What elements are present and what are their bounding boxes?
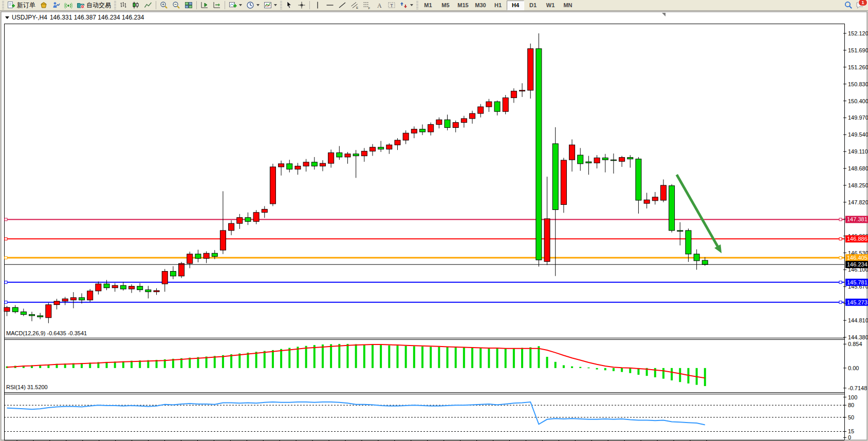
toolbar-separator bbox=[156, 1, 156, 9]
notifications-button[interactable]: 1 bbox=[856, 1, 864, 9]
equidistant-channel-icon: E bbox=[350, 1, 359, 9]
bar-chart-mode-button[interactable] bbox=[117, 0, 130, 11]
svg-text:100: 100 bbox=[848, 394, 857, 400]
toolbar-grip[interactable] bbox=[114, 1, 116, 9]
svg-text:0: 0 bbox=[848, 434, 851, 440]
zoom-out-icon bbox=[172, 1, 180, 9]
arrows-tool-button[interactable] bbox=[398, 0, 415, 11]
chart-title: USDJPY-,H4 146.331 146.387 146.234 146.2… bbox=[5, 14, 144, 21]
svg-text:147.820: 147.820 bbox=[848, 199, 868, 205]
chart-window: 152.120151.690151.260150.830150.400149.9… bbox=[0, 11, 868, 441]
vertical-line-icon bbox=[313, 1, 322, 9]
search-icon[interactable] bbox=[844, 1, 853, 9]
economic-calendar-icon bbox=[52, 1, 60, 9]
zoom-in-button[interactable] bbox=[158, 0, 170, 11]
svg-text:T: T bbox=[390, 3, 393, 8]
text-icon: A bbox=[375, 1, 383, 9]
new-order-button[interactable]: 新订单 bbox=[5, 0, 38, 11]
svg-text:146.886: 146.886 bbox=[847, 236, 867, 242]
tile-windows-icon bbox=[184, 1, 193, 9]
line-chart-icon bbox=[144, 1, 152, 9]
chart-ohlc-values: 146.331 146.387 146.234 146.234 bbox=[50, 14, 144, 21]
fibonacci-tool-button[interactable]: F bbox=[361, 0, 373, 11]
autotrading-icon bbox=[77, 1, 85, 9]
chart-canvas[interactable]: 152.120151.690151.260150.830150.400149.9… bbox=[0, 11, 868, 441]
market-watch-icon bbox=[40, 1, 48, 9]
zoom-in-icon bbox=[160, 1, 168, 9]
toolbar-right-group: 1 bbox=[844, 1, 867, 9]
chart-shift-marker[interactable] bbox=[662, 13, 666, 16]
timeframe-button-M1[interactable]: M1 bbox=[419, 1, 437, 10]
new-order-label: 新订单 bbox=[17, 1, 35, 10]
crosshair-tool-button[interactable] bbox=[296, 0, 308, 11]
chart-shift-icon bbox=[213, 1, 221, 9]
timeframe-button-H4[interactable]: H4 bbox=[507, 1, 524, 10]
tile-windows-button[interactable] bbox=[182, 0, 195, 11]
timeframe-button-H1[interactable]: H1 bbox=[489, 1, 507, 10]
signals-button[interactable] bbox=[62, 0, 75, 11]
candlestick-mode-button[interactable] bbox=[130, 0, 142, 11]
svg-text:50: 50 bbox=[848, 414, 854, 420]
autotrading-label: 自动交易 bbox=[86, 1, 111, 10]
timeframe-button-MN[interactable]: MN bbox=[559, 1, 577, 10]
toolbar-grip[interactable] bbox=[280, 1, 282, 9]
svg-text:F: F bbox=[368, 7, 371, 10]
autotrading-button[interactable]: 自动交易 bbox=[75, 0, 113, 11]
dropdown-arrow-icon bbox=[256, 4, 260, 6]
toolbar-separator bbox=[196, 1, 197, 9]
trendline-icon bbox=[338, 1, 346, 9]
svg-text:148.680: 148.680 bbox=[848, 165, 868, 171]
text-label-tool-button[interactable]: T bbox=[385, 0, 398, 11]
dropdown-arrow-icon bbox=[410, 4, 413, 6]
indicators-button[interactable] bbox=[262, 0, 279, 11]
toolbar-separator bbox=[309, 1, 310, 9]
new-chart-icon bbox=[229, 1, 237, 9]
toolbar-grip[interactable] bbox=[2, 1, 4, 9]
timeframe-button-D1[interactable]: D1 bbox=[524, 1, 542, 10]
dropdown-arrow-icon bbox=[239, 4, 242, 6]
new-chart-button[interactable] bbox=[227, 0, 244, 11]
economic-calendar-button[interactable] bbox=[50, 0, 62, 11]
trendline-tool-button[interactable] bbox=[336, 0, 348, 11]
timeframe-button-M30[interactable]: M30 bbox=[472, 1, 489, 10]
candlestick-icon bbox=[132, 1, 140, 9]
periods-button[interactable] bbox=[244, 0, 262, 11]
chart-shift-button[interactable] bbox=[211, 0, 223, 11]
dropdown-arrow-icon bbox=[274, 4, 277, 6]
svg-text:144.380: 144.380 bbox=[848, 334, 868, 340]
timeframe-button-group: M1M5M15M30H1H4D1W1MN bbox=[419, 1, 577, 10]
toolbar-grip[interactable] bbox=[416, 1, 418, 9]
text-tool-button[interactable]: A bbox=[373, 0, 385, 11]
notification-badge: 1 bbox=[858, 0, 867, 6]
clock-icon bbox=[246, 1, 254, 9]
svg-text:80: 80 bbox=[848, 402, 854, 408]
text-label-icon: T bbox=[387, 1, 396, 9]
arrow-objects-icon bbox=[400, 1, 408, 9]
vertical-line-tool-button[interactable] bbox=[311, 0, 324, 11]
auto-scroll-button[interactable] bbox=[198, 0, 211, 11]
timeframe-button-M5[interactable]: M5 bbox=[437, 1, 454, 10]
svg-text:144.810: 144.810 bbox=[848, 317, 868, 323]
horizontal-line-tool-button[interactable] bbox=[324, 0, 336, 11]
svg-text:145.273: 145.273 bbox=[847, 299, 867, 305]
timeframe-button-W1[interactable]: W1 bbox=[542, 1, 559, 10]
channel-tool-button[interactable]: E bbox=[348, 0, 361, 11]
macd-indicator-label: MACD(12,26,9) -0.6435 -0.3541 bbox=[6, 330, 87, 336]
timeframe-button-M15[interactable]: M15 bbox=[454, 1, 472, 10]
svg-text:E: E bbox=[356, 6, 358, 9]
svg-text:147.381: 147.381 bbox=[847, 216, 867, 222]
svg-text:A: A bbox=[377, 2, 382, 9]
svg-text:149.110: 149.110 bbox=[848, 148, 868, 155]
svg-text:151.690: 151.690 bbox=[848, 47, 868, 53]
svg-text:145.781: 145.781 bbox=[847, 279, 867, 285]
line-chart-mode-button[interactable] bbox=[142, 0, 154, 11]
new-order-icon bbox=[7, 1, 15, 9]
toolbar-separator bbox=[225, 1, 225, 9]
cursor-tool-button[interactable] bbox=[283, 0, 296, 11]
zoom-out-button[interactable] bbox=[170, 0, 182, 11]
market-watch-button[interactable] bbox=[38, 0, 50, 11]
svg-text:146.234: 146.234 bbox=[847, 261, 867, 267]
main-toolbar: 新订单 bbox=[0, 0, 868, 11]
chart-dropdown-icon[interactable] bbox=[5, 16, 9, 19]
chart-background bbox=[1, 12, 867, 440]
